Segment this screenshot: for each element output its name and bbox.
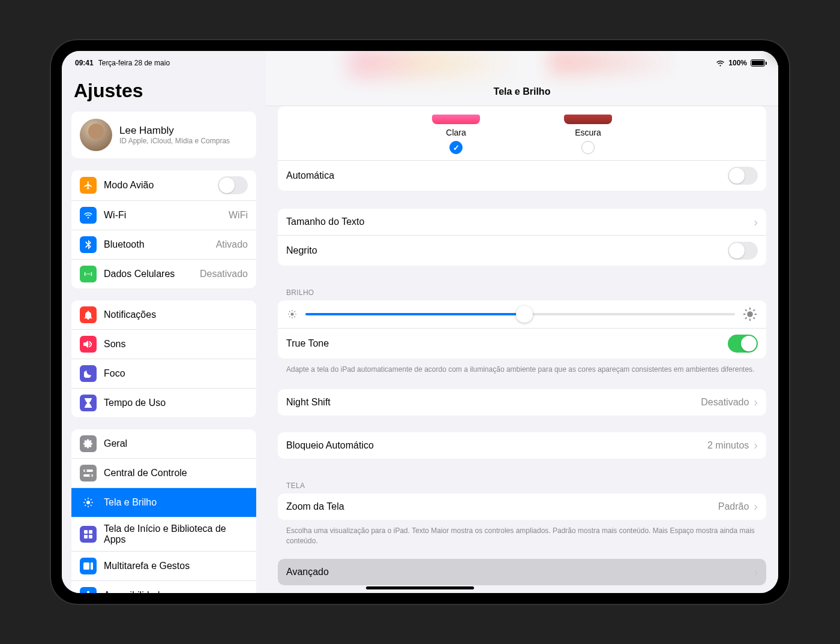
hourglass-icon [80,395,97,411]
status-time: 09:41 [75,59,94,67]
tela-header: TELA [278,471,766,493]
sidebar-item-homescreen[interactable]: Tela de Início e Biblioteca de Apps [71,517,256,551]
sidebar-item-controlcenter[interactable]: Central de Controle [71,458,256,487]
svg-line-9 [85,499,86,500]
sidebar-item-airplane[interactable]: Modo Avião [71,170,256,200]
battery-icon [751,59,765,67]
status-date: Terça-feira 28 de maio [98,59,170,67]
zoom-footer: Escolha uma visualização para o iPad. Te… [278,522,766,546]
automatic-toggle[interactable] [728,167,758,185]
screen: 09:41 Terça-feira 28 de maio 100% Ajuste… [62,51,778,593]
svg-point-2 [85,470,87,472]
svg-line-28 [295,311,296,312]
battery-percent: 100% [728,59,747,67]
truetone-footer: Adapte a tela do iPad automaticamente de… [278,361,766,375]
sidebar-item-cellular[interactable]: Dados Celulares Desativado [71,259,256,288]
svg-line-35 [754,318,755,319]
sidebar-item-multitask[interactable]: Multitarefa e Gestos [71,551,256,580]
appearance-selector: Clara Escura [278,106,766,160]
row-bold[interactable]: Negrito [278,235,766,266]
svg-line-10 [91,505,92,506]
brightness-slider[interactable] [305,313,735,315]
switches-icon [80,465,97,482]
speaker-icon [80,336,97,353]
profile-card[interactable]: Lee Hambly ID Apple, iCloud, Mídia e Com… [71,112,256,158]
svg-rect-15 [84,535,88,538]
row-textsize[interactable]: Tamanho do Texto › [278,209,766,235]
svg-rect-17 [83,562,89,570]
svg-point-3 [89,474,92,477]
sun-large-icon [743,308,757,321]
home-indicator [366,586,474,589]
airplane-icon [80,177,97,194]
moon-icon [80,365,97,382]
sidebar-item-notifications[interactable]: Notificações [71,300,256,329]
profile-sub: ID Apple, iCloud, Mídia e Compras [119,137,230,145]
sidebar-item-bluetooth[interactable]: Bluetooth Ativado [71,230,256,259]
row-truetone[interactable]: True Tone [278,328,766,359]
light-preview [432,115,480,124]
row-zoom[interactable]: Zoom da Tela Padrão › [278,493,766,520]
svg-rect-18 [91,562,93,570]
bluetooth-icon [80,236,97,253]
grid-icon [80,526,97,543]
dark-preview [564,115,612,124]
svg-line-25 [289,311,290,312]
truetone-toggle[interactable] [728,335,758,353]
multitask-icon [80,558,97,574]
appearance-dark[interactable]: Escura [564,115,612,154]
wifi-icon-box [80,207,97,224]
svg-line-12 [91,499,92,500]
svg-rect-13 [84,530,88,534]
dark-radio[interactable] [581,141,595,154]
svg-line-11 [85,505,86,506]
svg-line-26 [295,317,296,318]
svg-line-34 [745,309,746,311]
appearance-light[interactable]: Clara [432,115,480,154]
cellular-icon [80,266,97,282]
row-automatic[interactable]: Automática [278,160,766,191]
sidebar-item-display[interactable]: Tela e Brilho [71,487,256,517]
chevron-icon: › [754,395,758,409]
row-autolock[interactable]: Bloqueio Automático 2 minutos › [278,432,766,459]
slider-thumb[interactable] [516,306,533,323]
chevron-icon: › [754,565,758,579]
svg-line-37 [754,309,755,311]
brightness-slider-row[interactable] [278,300,766,328]
sidebar-item-focus[interactable]: Foco [71,359,256,388]
bell-icon [80,306,97,323]
svg-rect-14 [89,530,92,534]
airplane-toggle[interactable] [218,176,248,194]
accessibility-icon [80,587,97,593]
svg-point-29 [747,311,753,317]
bold-toggle[interactable] [728,242,758,260]
svg-line-36 [745,318,746,319]
profile-name: Lee Hambly [119,125,230,137]
sidebar-item-accessibility[interactable]: Acessibilidade [71,580,256,593]
chevron-icon: › [754,499,758,513]
wifi-icon [716,60,725,67]
brightness-icon [80,494,97,511]
sun-small-icon [287,309,297,319]
sidebar-item-general[interactable]: Geral [71,429,256,458]
main-title: Tela e Brilho [494,86,551,97]
chevron-icon: › [754,215,758,229]
row-advanced[interactable]: Avançado › [278,559,766,585]
svg-point-19 [87,591,89,594]
sidebar-item-screentime[interactable]: Tempo de Uso [71,388,256,417]
row-nightshift[interactable]: Night Shift Desativado › [278,389,766,416]
avatar [80,119,112,151]
sidebar: Ajustes Lee Hambly ID Apple, iCloud, Míd… [62,51,266,593]
ipad-frame: 09:41 Terça-feira 28 de maio 100% Ajuste… [51,40,789,604]
gear-icon [80,435,97,452]
sidebar-item-wifi[interactable]: Wi-Fi WiFi [71,200,256,230]
light-radio[interactable] [449,141,463,154]
svg-line-27 [289,317,290,318]
sidebar-title: Ajustes [71,80,256,102]
brightness-header: BRILHO [278,278,766,300]
sidebar-item-sounds[interactable]: Sons [71,329,256,359]
svg-point-4 [86,501,90,504]
chevron-icon: › [754,438,758,452]
status-bar: 09:41 Terça-feira 28 de maio 100% [62,56,778,70]
main-panel: Tela e Brilho Clara Escura [266,51,778,593]
